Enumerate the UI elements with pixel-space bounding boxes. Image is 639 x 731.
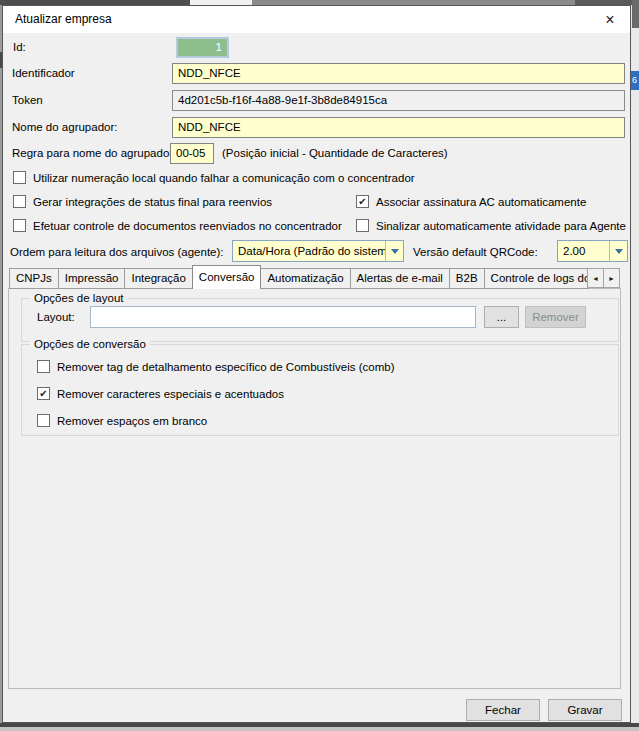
update-company-dialog: Atualizar empresa × Id: 1 Identificador … <box>2 5 631 723</box>
chevron-down-icon[interactable] <box>385 241 403 261</box>
id-label: Id: <box>13 37 26 58</box>
checkbox-label: Remover caracteres especiais e acentuado… <box>57 388 284 400</box>
id-field: 1 <box>176 37 229 58</box>
combobox-value: 2.00 <box>558 241 609 261</box>
checkbox-label: Utilizar numeração local quando falhar a… <box>33 172 415 184</box>
tab-controle-logs[interactable]: Controle de logs dos agen <box>484 268 589 289</box>
layout-options-group-title: Opções de layout <box>30 291 128 306</box>
background-badge: 6 <box>630 71 639 90</box>
layout-label: Layout: <box>37 306 75 328</box>
background-fragment <box>632 0 639 28</box>
checkbox-box <box>356 219 369 232</box>
tab-impressao[interactable]: Impressão <box>58 268 126 289</box>
checkbox-label: Efetuar controle de documentos reenviado… <box>33 220 342 232</box>
checkbox-box <box>37 414 50 427</box>
combobox-value: Data/Hora (Padrão do sistema) <box>233 241 385 261</box>
checkbox-box: ✔ <box>37 387 50 400</box>
checkbox-label: Gerar integrações de status final para r… <box>33 196 272 208</box>
checkbox-label: Remover tag de detalhamento específico d… <box>57 361 395 373</box>
tab-strip: CNPJs Impressão Integração Conversão Aut… <box>9 265 589 289</box>
regra-agrupador-label: Regra para nome do agrupador: <box>12 143 176 164</box>
chevron-down-icon[interactable] <box>609 241 627 261</box>
qrcode-label: Versão default QRCode: <box>413 241 538 263</box>
qrcode-combobox[interactable]: 2.00 <box>557 240 628 262</box>
close-icon[interactable]: × <box>596 8 624 31</box>
checkbox-sinalizar-atividade[interactable]: Sinalizar automaticamente atividade para… <box>356 218 626 233</box>
nome-agrupador-label: Nome do agrupador: <box>12 117 117 138</box>
checkbox-box: ✔ <box>356 195 369 208</box>
ordem-leitura-label: Ordem para leitura dos arquivos (agente)… <box>10 241 224 263</box>
layout-remove-button: Remover <box>525 306 586 328</box>
checkbox-box <box>13 171 26 184</box>
identificador-field[interactable]: NDD_NFCE <box>172 63 625 84</box>
checkbox-box <box>13 219 26 232</box>
tab-scroll-buttons: ◄ ► <box>588 268 620 288</box>
tab-automatizacao[interactable]: Automatização <box>260 268 350 289</box>
checkbox-box <box>13 195 26 208</box>
conversion-options-group-title: Opções de conversão <box>30 337 150 352</box>
checkbox-associar-assinatura[interactable]: ✔ Associar assinatura AC automaticamente <box>356 194 586 209</box>
checkbox-label: Remover espaços em branco <box>57 415 207 427</box>
dialog-title: Atualizar empresa <box>15 6 112 33</box>
checkbox-remover-caracteres[interactable]: ✔ Remover caracteres especiais e acentua… <box>37 386 284 401</box>
token-field: 4d201c5b-f16f-4a88-9e1f-3b8de84915ca <box>172 90 625 111</box>
checkbox-remover-espacos[interactable]: Remover espaços em branco <box>37 413 207 428</box>
checkbox-utilizar-numeracao[interactable]: Utilizar numeração local quando falhar a… <box>13 170 415 185</box>
token-label: Token <box>12 90 43 111</box>
layout-input[interactable] <box>90 306 476 328</box>
tab-conversao[interactable]: Conversão <box>192 265 262 289</box>
regra-agrupador-field[interactable]: 00-05 <box>170 143 214 164</box>
tab-alertas-email[interactable]: Alertas de e-mail <box>350 268 450 289</box>
background-fragment <box>0 727 639 731</box>
ordem-leitura-combobox[interactable]: Data/Hora (Padrão do sistema) <box>232 240 404 262</box>
layout-options-group: Opções de layout Layout: ... Remover <box>21 298 619 342</box>
regra-agrupador-hint: (Posição inicial - Quantidade de Caracte… <box>222 143 448 164</box>
identificador-label: Identificador <box>12 63 75 84</box>
tab-scroll-right-icon[interactable]: ► <box>603 268 620 288</box>
checkbox-remover-tag-combustiveis[interactable]: Remover tag de detalhamento específico d… <box>37 359 395 374</box>
title-bar: Atualizar empresa × <box>3 6 630 33</box>
checkbox-label: Associar assinatura AC automaticamente <box>376 196 586 208</box>
close-button[interactable]: Fechar <box>466 699 540 721</box>
checkbox-efetuar-controle[interactable]: Efetuar controle de documentos reenviado… <box>13 218 342 233</box>
tab-b2b[interactable]: B2B <box>449 268 485 289</box>
checkbox-label: Sinalizar automaticamente atividade para… <box>376 220 626 232</box>
tab-cnpjs[interactable]: CNPJs <box>9 268 59 289</box>
tab-scroll-left-icon[interactable]: ◄ <box>587 268 604 288</box>
tab-page-conversao: Opções de layout Layout: ... Remover Opç… <box>8 288 621 689</box>
background-fragment <box>632 0 639 731</box>
layout-browse-button[interactable]: ... <box>484 306 519 328</box>
conversion-options-group: Opções de conversão Remover tag de detal… <box>21 344 619 436</box>
checkbox-gerar-integracoes[interactable]: Gerar integrações de status final para r… <box>13 194 272 209</box>
tab-integracao[interactable]: Integração <box>124 268 192 289</box>
checkbox-box <box>37 360 50 373</box>
save-button[interactable]: Gravar <box>548 699 622 721</box>
nome-agrupador-field[interactable]: NDD_NFCE <box>172 117 625 138</box>
